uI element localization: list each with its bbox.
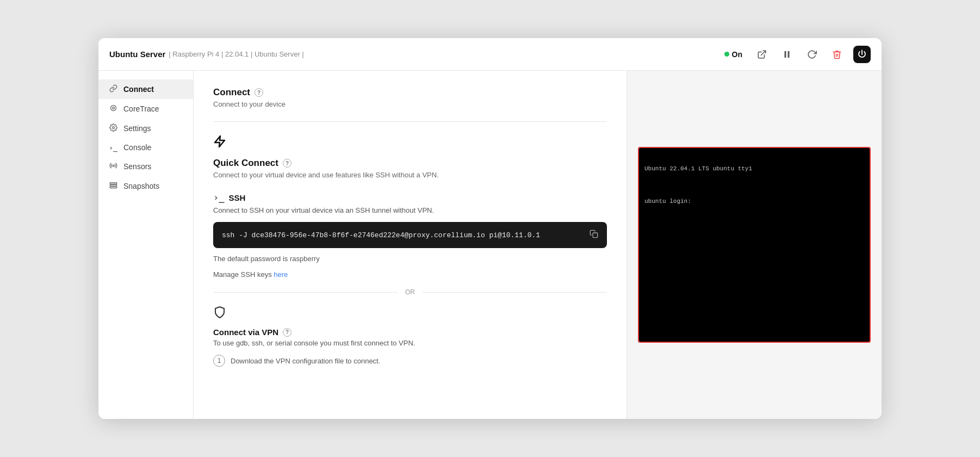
external-link-button[interactable] (753, 46, 771, 63)
ssh-manage-keys: Manage SSH keys here (213, 270, 607, 279)
quick-connect-header: Quick Connect ? (213, 158, 607, 169)
or-label: OR (405, 288, 415, 296)
svg-rect-2 (788, 51, 790, 58)
delete-button[interactable] (828, 46, 846, 63)
sidebar: Connect CoreTrace Settin (98, 71, 194, 419)
refresh-button[interactable] (803, 46, 821, 63)
ssh-manage-link[interactable]: here (274, 270, 288, 279)
ssh-command-text: ssh -J dce38476-956e-47b8-8f6f-e2746ed22… (222, 231, 540, 239)
snapshots-icon (108, 181, 118, 191)
svg-rect-11 (593, 233, 598, 238)
ssh-manage-text: Manage SSH keys (213, 270, 272, 279)
vpn-shield-icon (213, 306, 607, 322)
svg-marker-10 (215, 136, 225, 147)
device-name: Ubuntu Server (109, 50, 165, 59)
connect-icon (108, 84, 118, 94)
sidebar-label-connect: Connect (123, 85, 154, 94)
svg-line-0 (761, 51, 766, 55)
ssh-description: Connect to SSH on your virtual device vi… (213, 206, 607, 214)
connect-title: Connect (213, 87, 250, 98)
sidebar-item-coretrace[interactable]: CoreTrace (98, 99, 193, 119)
sidebar-label-coretrace: CoreTrace (123, 104, 159, 113)
svg-point-3 (110, 106, 116, 111)
ssh-header: ›_ SSH (213, 192, 607, 203)
content-panel: Connect ? Connect to your device Quick C… (194, 71, 627, 419)
sidebar-item-sensors[interactable]: Sensors (98, 157, 193, 176)
sidebar-label-snapshots: Snapshots (123, 182, 159, 190)
ssh-terminal-icon: ›_ (213, 192, 224, 203)
vpn-help-icon[interactable]: ? (283, 328, 291, 337)
terminal-screen: Ubuntu 22.04.1 LTS ubuntu tty1 ubuntu lo… (639, 148, 870, 342)
console-icon: ›_ (108, 144, 118, 152)
divider-1 (213, 121, 607, 122)
body: Connect CoreTrace Settin (98, 71, 882, 419)
terminal-line-1: Ubuntu 22.04.1 LTS ubuntu tty1 (644, 165, 864, 172)
device-meta: | Raspberry Pi 4 | 22.04.1 | Ubuntu Serv… (169, 50, 303, 58)
sidebar-item-connect[interactable]: Connect (98, 79, 193, 99)
copy-command-button[interactable] (590, 230, 598, 240)
connect-help-icon[interactable]: ? (255, 88, 263, 97)
vpn-download-step: 1 Download the VPN configuration file to… (213, 355, 607, 367)
header: Ubuntu Server | Raspberry Pi 4 | 22.04.1… (98, 38, 882, 71)
connect-description: Connect to your device (213, 100, 607, 108)
power-button[interactable] (853, 46, 871, 63)
quick-connect-desc: Connect to your virtual device and use f… (213, 171, 607, 179)
pause-button[interactable] (778, 46, 796, 63)
status-dot (724, 52, 729, 57)
svg-point-6 (113, 165, 114, 166)
right-panel: Ubuntu 22.04.1 LTS ubuntu tty1 ubuntu lo… (627, 71, 882, 419)
vpn-step-number: 1 (213, 355, 225, 367)
svg-rect-1 (785, 51, 786, 58)
status-indicator: On (724, 50, 742, 59)
sidebar-label-settings: Settings (123, 124, 151, 133)
ssh-note: The default password is raspberry (213, 255, 607, 263)
sidebar-label-console: Console (123, 143, 151, 152)
sidebar-item-snapshots[interactable]: Snapshots (98, 176, 193, 196)
svg-point-5 (112, 127, 114, 129)
quick-connect-help-icon[interactable]: ? (283, 159, 291, 168)
coretrace-icon (108, 104, 118, 114)
quick-connect-icon (213, 135, 607, 151)
svg-rect-9 (110, 187, 117, 188)
svg-point-4 (112, 107, 114, 109)
sidebar-item-console[interactable]: ›_ Console (98, 138, 193, 157)
terminal-frame[interactable]: Ubuntu 22.04.1 LTS ubuntu tty1 ubuntu lo… (638, 147, 871, 343)
vpn-description: To use gdb, ssh, or serial console you m… (213, 339, 607, 347)
sensors-icon (108, 162, 118, 171)
or-divider: OR (213, 288, 607, 296)
status-text: On (732, 50, 742, 59)
ssh-command-box: ssh -J dce38476-956e-47b8-8f6f-e2746ed22… (213, 222, 607, 248)
app-window: Ubuntu Server | Raspberry Pi 4 | 22.04.1… (98, 38, 882, 419)
quick-connect-title: Quick Connect (213, 158, 278, 169)
sidebar-item-settings[interactable]: Settings (98, 119, 193, 138)
svg-rect-8 (110, 184, 117, 186)
svg-rect-7 (110, 183, 117, 184)
vpn-download-text: Download the VPN configuration file to c… (231, 357, 380, 365)
sidebar-label-sensors: Sensors (123, 162, 151, 171)
main-area: Connect ? Connect to your device Quick C… (194, 71, 882, 419)
ssh-label: SSH (228, 193, 245, 202)
header-actions (753, 46, 871, 63)
connect-section-header: Connect ? (213, 87, 607, 98)
terminal-line-3: ubuntu login: (644, 198, 864, 205)
vpn-title-header: Connect via VPN ? (213, 328, 607, 337)
vpn-title-text: Connect via VPN (213, 328, 278, 337)
settings-icon (108, 123, 118, 133)
